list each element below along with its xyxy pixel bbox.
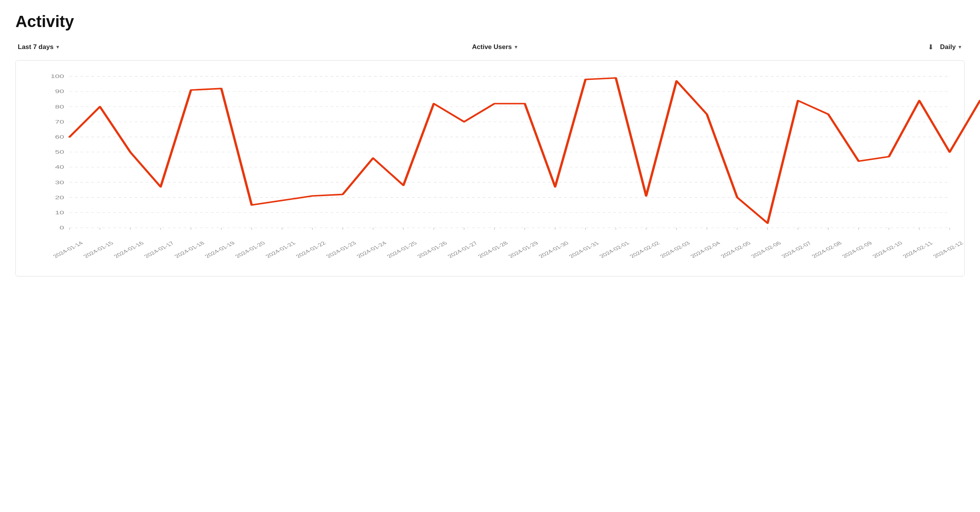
svg-text:2024-02-05: 2024-02-05: [719, 241, 752, 259]
svg-text:2024-01-25: 2024-01-25: [385, 241, 419, 259]
svg-text:50: 50: [55, 149, 64, 155]
svg-text:2024-02-01: 2024-02-01: [598, 241, 631, 259]
svg-text:2024-01-19: 2024-01-19: [203, 241, 236, 259]
svg-text:30: 30: [55, 180, 64, 185]
svg-text:2024-02-10: 2024-02-10: [871, 241, 904, 259]
svg-text:2024-01-14: 2024-01-14: [51, 241, 85, 259]
svg-text:20: 20: [55, 195, 64, 200]
metric-caret: ▼: [514, 44, 519, 50]
metric-dropdown[interactable]: Active Users ▼: [470, 42, 521, 53]
svg-text:2024-01-18: 2024-01-18: [173, 241, 206, 259]
svg-text:2024-01-15: 2024-01-15: [82, 241, 115, 259]
svg-text:2024-01-24: 2024-01-24: [355, 241, 388, 259]
svg-text:10: 10: [55, 210, 64, 215]
svg-text:2024-02-07: 2024-02-07: [780, 241, 813, 259]
svg-text:2024-01-26: 2024-01-26: [415, 241, 449, 259]
svg-text:80: 80: [55, 104, 64, 110]
svg-text:2024-02-08: 2024-02-08: [810, 241, 843, 259]
svg-text:90: 90: [55, 89, 64, 95]
time-range-dropdown[interactable]: Last 7 days ▼: [15, 42, 63, 53]
svg-text:40: 40: [55, 164, 64, 170]
svg-text:2024-01-21: 2024-01-21: [264, 241, 297, 259]
svg-text:2024-01-28: 2024-01-28: [476, 241, 509, 259]
svg-text:2024-02-11: 2024-02-11: [901, 241, 934, 259]
time-range-caret: ▼: [56, 44, 60, 50]
svg-text:2024-02-03: 2024-02-03: [658, 241, 692, 259]
svg-text:2024-01-30: 2024-01-30: [537, 241, 570, 259]
chart-container: 01020304050607080901002024-01-142024-01-…: [15, 60, 965, 276]
svg-text:100: 100: [51, 73, 64, 79]
svg-text:0: 0: [59, 225, 64, 231]
download-icon[interactable]: ⬇: [928, 43, 934, 51]
svg-text:2024-02-06: 2024-02-06: [749, 241, 783, 259]
line-chart: 01020304050607080901002024-01-142024-01-…: [39, 72, 956, 253]
chart-area: 01020304050607080901002024-01-142024-01-…: [39, 72, 956, 253]
svg-text:2024-01-31: 2024-01-31: [567, 241, 600, 259]
svg-text:2024-01-29: 2024-01-29: [507, 241, 540, 259]
right-controls: ⬇ Daily ▼: [928, 42, 965, 53]
controls-bar: Last 7 days ▼ Active Users ▼ ⬇ Daily ▼: [15, 42, 965, 53]
svg-text:2024-01-22: 2024-01-22: [294, 241, 327, 259]
svg-text:2024-01-17: 2024-01-17: [142, 241, 176, 259]
svg-text:60: 60: [55, 134, 64, 140]
svg-text:2024-01-23: 2024-01-23: [325, 241, 358, 259]
page-title: Activity: [15, 12, 965, 31]
svg-text:2024-02-04: 2024-02-04: [689, 241, 722, 259]
svg-text:70: 70: [55, 119, 64, 125]
svg-text:2024-01-16: 2024-01-16: [112, 241, 145, 259]
svg-text:2024-01-27: 2024-01-27: [446, 241, 479, 259]
svg-text:2024-02-09: 2024-02-09: [841, 241, 874, 259]
frequency-dropdown[interactable]: Daily ▼: [938, 42, 965, 53]
svg-text:2024-02-02: 2024-02-02: [628, 241, 661, 259]
svg-text:2024-01-20: 2024-01-20: [234, 241, 267, 259]
frequency-caret: ▼: [958, 44, 962, 50]
svg-text:2024-02-12: 2024-02-12: [931, 241, 965, 259]
